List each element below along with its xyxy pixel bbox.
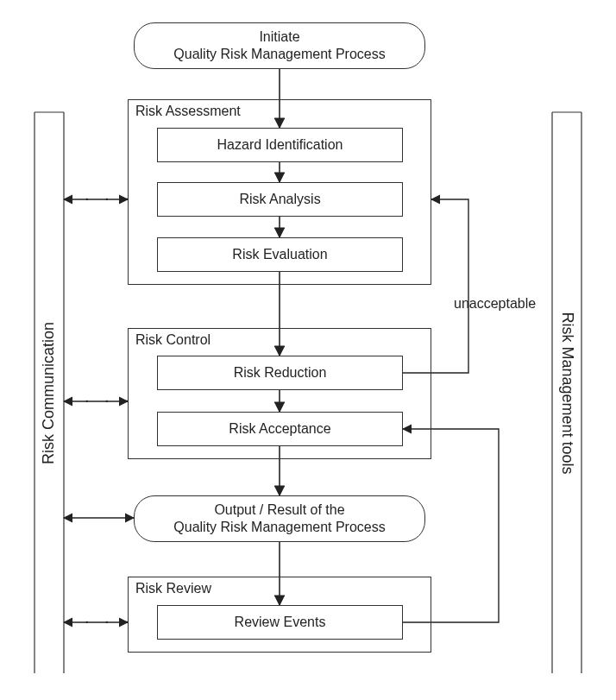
review-events-node: Review Events	[157, 605, 403, 640]
risk-communication-label: Risk Communication	[41, 321, 59, 464]
risk-control-title: Risk Control	[135, 332, 211, 348]
risk-acceptance-node: Risk Acceptance	[157, 412, 403, 446]
risk-acceptance-label: Risk Acceptance	[229, 420, 330, 438]
ellipsis-icon: · · ·	[85, 188, 135, 208]
initiate-line2: Quality Risk Management Process	[173, 46, 385, 63]
risk-analysis-node: Risk Analysis	[157, 182, 403, 217]
initiate-node: Initiate Quality Risk Management Process	[134, 22, 425, 69]
output-node: Output / Result of the Quality Risk Mana…	[134, 495, 425, 542]
diagram-canvas: Initiate Quality Risk Management Process…	[0, 0, 616, 700]
risk-reduction-node: Risk Reduction	[157, 356, 403, 390]
risk-analysis-label: Risk Analysis	[239, 191, 320, 208]
review-events-label: Review Events	[235, 614, 326, 631]
risk-management-tools-bar: Risk Management tools	[552, 112, 581, 673]
hazard-identification-node: Hazard Identification	[157, 128, 403, 162]
risk-evaluation-node: Risk Evaluation	[157, 237, 403, 272]
unacceptable-label: unacceptable	[454, 296, 536, 312]
ellipsis-icon: · · ·	[85, 611, 135, 631]
output-line2: Quality Risk Management Process	[173, 519, 385, 536]
risk-management-tools-label: Risk Management tools	[558, 312, 576, 474]
ellipsis-icon: · · ·	[85, 390, 135, 410]
risk-communication-bar: Risk Communication	[35, 112, 64, 673]
risk-evaluation-label: Risk Evaluation	[232, 246, 327, 263]
risk-review-title: Risk Review	[135, 581, 211, 596]
output-line1: Output / Result of the	[173, 501, 385, 519]
hazard-identification-label: Hazard Identification	[217, 136, 343, 154]
initiate-line1: Initiate	[173, 28, 385, 46]
risk-reduction-label: Risk Reduction	[234, 364, 327, 382]
risk-assessment-title: Risk Assessment	[135, 104, 241, 119]
